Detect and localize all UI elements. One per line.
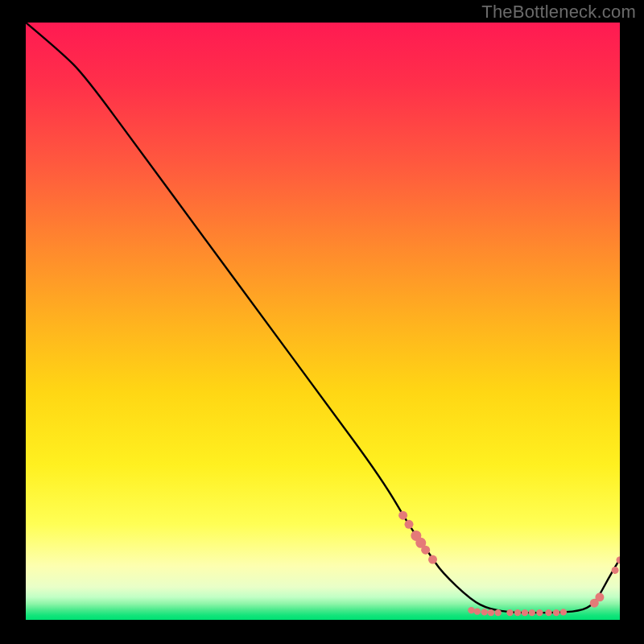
- plot-area: [26, 23, 620, 620]
- curve-marker: [428, 555, 437, 564]
- curve-marker: [514, 609, 521, 616]
- chart-frame: TheBottleneck.com: [0, 0, 644, 644]
- curve-marker: [612, 567, 619, 574]
- curve-marker: [474, 608, 481, 614]
- curve-marker: [536, 609, 543, 616]
- watermark-text: TheBottleneck.com: [481, 2, 636, 23]
- curve-marker: [405, 520, 414, 529]
- curve-marker: [553, 609, 559, 616]
- curve-marker: [421, 546, 430, 555]
- curve-marker: [481, 609, 488, 615]
- curve-marker: [595, 592, 604, 601]
- curve-marker: [506, 609, 513, 616]
- curve-marker: [560, 609, 567, 615]
- curve-line: [26, 23, 620, 613]
- curve-marker: [488, 609, 494, 616]
- curve-marker: [529, 609, 535, 616]
- curve-markers: [398, 511, 620, 617]
- curve-marker: [545, 609, 551, 616]
- curve-marker: [468, 607, 474, 613]
- curve-marker: [398, 511, 407, 520]
- curve-marker: [495, 609, 502, 616]
- chart-overlay: [26, 23, 620, 620]
- curve-marker: [522, 609, 528, 616]
